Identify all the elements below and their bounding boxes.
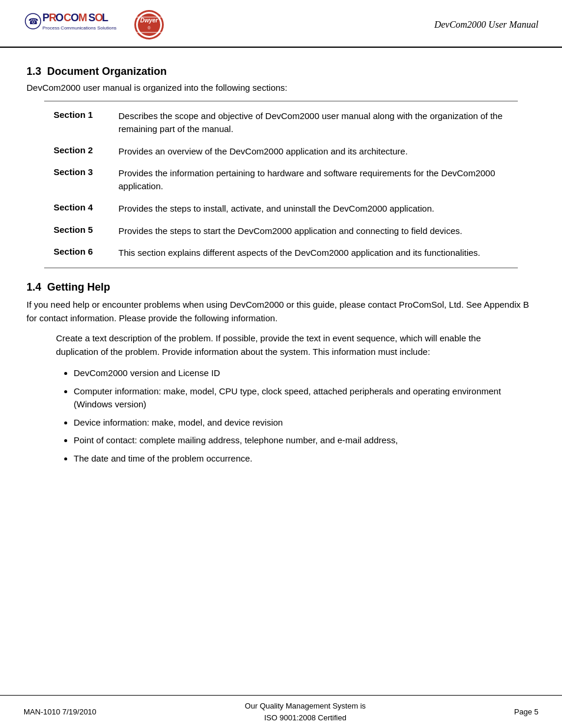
section-desc: Provides the steps to install, activate,…	[118, 202, 434, 215]
svg-text:Process Communications Solutio: Process Communications Solutions	[42, 25, 117, 31]
section-desc: This section explains different aspects …	[118, 246, 480, 259]
section-label: Section 3	[54, 167, 107, 177]
section-1-4-intro: If you need help or encounter problems w…	[27, 298, 535, 325]
section-desc: Provides the steps to start the DevCom20…	[118, 225, 462, 238]
page-footer: MAN-1010 7/19/2010 Our Quality Managemen…	[0, 695, 562, 728]
svg-text:☎: ☎	[28, 17, 38, 26]
section-1-4-para: Create a text description of the problem…	[56, 332, 506, 358]
table-row: Section 2 Provides an overview of the De…	[44, 140, 518, 163]
section-label: Section 1	[54, 110, 107, 120]
header-title: DevCom2000 User Manual	[434, 19, 538, 30]
list-item: The date and time of the problem occurre…	[74, 452, 535, 466]
dwyer-logo: Dwyer ®	[125, 9, 173, 40]
section-desc: Describes the scope and objective of Dev…	[118, 110, 508, 136]
list-item: Device information: make, model, and dev…	[74, 416, 535, 430]
page-header: ☎ P R O C O M S O L Process Communicatio…	[0, 0, 562, 48]
procomsol-logo: ☎ P R O C O M S O L Process Communicatio…	[24, 8, 118, 41]
section-1-4: 1.4 Getting Help If you need help or enc…	[27, 281, 535, 465]
list-item: Computer information: make, model, CPU t…	[74, 385, 535, 411]
table-row: Section 6 This section explains differen…	[44, 242, 518, 264]
logo-area: ☎ P R O C O M S O L Process Communicatio…	[24, 8, 173, 41]
svg-text:Dwyer: Dwyer	[140, 17, 158, 24]
section-desc: Provides an overview of the DevCom2000 a…	[118, 145, 408, 158]
table-row: Section 4 Provides the steps to install,…	[44, 197, 518, 220]
svg-text:L: L	[102, 12, 108, 24]
section-label: Section 6	[54, 246, 107, 256]
table-row: Section 5 Provides the steps to start th…	[44, 220, 518, 242]
main-content: 1.3 Document Organization DevCom2000 use…	[0, 48, 562, 483]
section-desc: Provides the information pertaining to h…	[118, 167, 508, 193]
section-1-3-heading: 1.3 Document Organization	[27, 65, 535, 78]
section-1-4-heading: 1.4 Getting Help	[27, 281, 535, 294]
section-1-3-intro: DevCom2000 user manual is organized into…	[27, 83, 535, 93]
section-1-3: 1.3 Document Organization DevCom2000 use…	[27, 65, 535, 268]
sections-table: Section 1 Describes the scope and object…	[44, 101, 518, 268]
footer-right: Page 5	[514, 707, 538, 716]
footer-center: Our Quality Management System is ISO 900…	[245, 700, 366, 723]
section-label: Section 5	[54, 225, 107, 235]
bullet-list: DevCom2000 version and License IDCompute…	[74, 367, 535, 465]
table-row: Section 3 Provides the information perta…	[44, 162, 518, 197]
section-label: Section 4	[54, 202, 107, 212]
svg-text:O: O	[55, 12, 64, 24]
svg-text:M: M	[78, 12, 87, 24]
footer-left: MAN-1010 7/19/2010	[24, 707, 97, 716]
list-item: DevCom2000 version and License ID	[74, 367, 535, 380]
svg-text:O: O	[71, 12, 79, 24]
list-item: Point of contact: complete mailing addre…	[74, 434, 535, 447]
table-row: Section 1 Describes the scope and object…	[44, 105, 518, 140]
svg-text:®: ®	[147, 26, 151, 30]
section-label: Section 2	[54, 145, 107, 155]
